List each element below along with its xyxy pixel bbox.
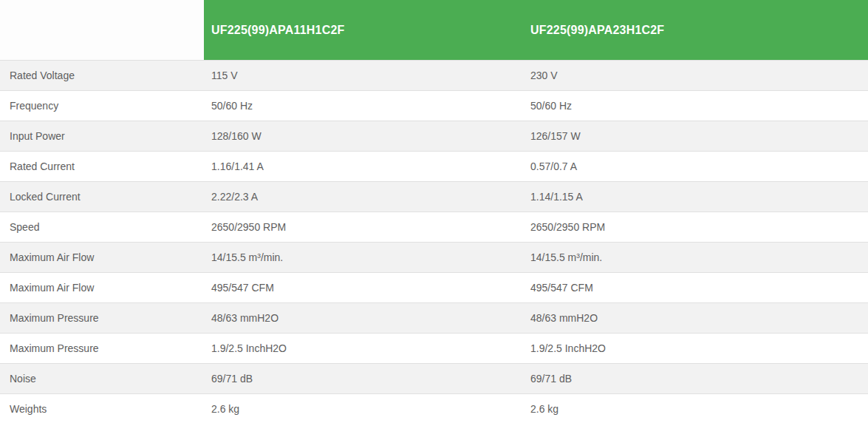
table-row: Maximum Pressure 48/63 mmH2O 48/63 mmH2O [0, 302, 868, 333]
table-row: Noise 69/71 dB 69/71 dB [0, 363, 868, 393]
table-row: Locked Current 2.22/2.3 A 1.14/1.15 A [0, 181, 868, 212]
row-value-model-1: 1.9/2.5 InchH2O [204, 334, 524, 363]
table-row: Weights 2.6 kg 2.6 kg [0, 393, 868, 423]
table-row: Maximum Pressure 1.9/2.5 InchH2O 1.9/2.5… [0, 333, 868, 363]
row-value-model-1: 14/15.5 m³/min. [204, 243, 524, 272]
row-value-model-2: 2.6 kg [524, 394, 868, 423]
row-label: Noise [0, 364, 204, 393]
row-value-model-2: 50/60 Hz [524, 91, 868, 121]
row-label: Maximum Air Flow [0, 243, 204, 272]
row-value-model-1: 2.6 kg [204, 394, 524, 423]
product-spec-table: UF225(99)APA11H1C2F UF225(99)APA23H1C2F … [0, 0, 868, 423]
row-value-model-1: 48/63 mmH2O [204, 303, 524, 333]
row-value-model-2: 2650/2950 RPM [524, 212, 868, 242]
column-header-model-1: UF225(99)APA11H1C2F [204, 0, 524, 60]
row-value-model-1: 50/60 Hz [204, 91, 524, 121]
row-value-model-2: 14/15.5 m³/min. [524, 243, 868, 272]
row-value-model-2: 1.9/2.5 InchH2O [524, 334, 868, 363]
row-label: Rated Voltage [0, 61, 204, 90]
row-value-model-1: 69/71 dB [204, 364, 524, 393]
row-label: Frequency [0, 91, 204, 121]
row-value-model-1: 2650/2950 RPM [204, 212, 524, 242]
row-value-model-2: 69/71 dB [524, 364, 868, 393]
row-value-model-2: 0.57/0.7 A [524, 152, 868, 181]
row-value-model-1: 115 V [204, 61, 524, 90]
column-header-model-2: UF225(99)APA23H1C2F [524, 0, 868, 60]
row-label: Rated Current [0, 152, 204, 181]
table-row: Maximum Air Flow 14/15.5 m³/min. 14/15.5… [0, 242, 868, 272]
table-header-row: UF225(99)APA11H1C2F UF225(99)APA23H1C2F [0, 0, 868, 60]
row-label: Weights [0, 394, 204, 423]
table-row: Frequency 50/60 Hz 50/60 Hz [0, 90, 868, 121]
row-label: Locked Current [0, 182, 204, 212]
row-label: Maximum Pressure [0, 303, 204, 333]
row-value-model-1: 1.16/1.41 A [204, 152, 524, 181]
row-value-model-2: 48/63 mmH2O [524, 303, 868, 333]
table-row: Speed 2650/2950 RPM 2650/2950 RPM [0, 212, 868, 242]
table-row: Rated Voltage 115 V 230 V [0, 60, 868, 90]
table-row: Maximum Air Flow 495/547 CFM 495/547 CFM [0, 272, 868, 302]
table-row: Input Power 128/160 W 126/157 W [0, 121, 868, 151]
row-label: Speed [0, 212, 204, 242]
row-value-model-1: 495/547 CFM [204, 273, 524, 302]
row-value-model-2: 230 V [524, 61, 868, 90]
row-value-model-2: 126/157 W [524, 121, 868, 151]
row-label: Maximum Air Flow [0, 273, 204, 302]
table-body: Rated Voltage 115 V 230 V Frequency 50/6… [0, 60, 868, 423]
table-row: Rated Current 1.16/1.41 A 0.57/0.7 A [0, 151, 868, 181]
row-value-model-1: 2.22/2.3 A [204, 182, 524, 212]
row-value-model-2: 1.14/1.15 A [524, 182, 868, 212]
row-value-model-2: 495/547 CFM [524, 273, 868, 302]
row-label: Input Power [0, 121, 204, 151]
row-label: Maximum Pressure [0, 334, 204, 363]
header-blank-cell [0, 0, 204, 60]
row-value-model-1: 128/160 W [204, 121, 524, 151]
